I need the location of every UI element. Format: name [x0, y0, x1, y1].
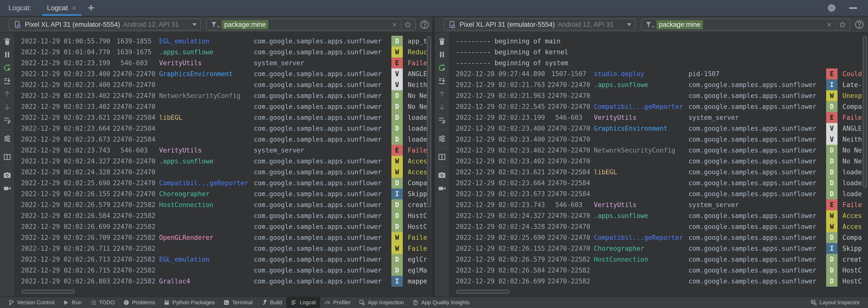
filter-input[interactable]: package:mine ×: [641, 19, 850, 30]
log-row[interactable]: --------- beginning of main: [450, 36, 868, 47]
clear-logcat-button[interactable]: [2, 37, 12, 46]
log-row[interactable]: 2022-12-29 02:02:23.66422470-22584com.go…: [450, 177, 868, 189]
favorite-star-icon[interactable]: [839, 21, 846, 29]
log-row[interactable]: 2022-12-29 02:02:25.69022470-22470Compat…: [450, 232, 868, 243]
soft-wrap-button[interactable]: [437, 116, 446, 125]
statusbar-item-app-quality-insights[interactable]: App Quality Insights: [408, 297, 474, 308]
vertical-scrollbar[interactable]: [863, 36, 867, 188]
log-row[interactable]: --------- beginning of system: [450, 58, 868, 68]
record-screen-button[interactable]: [2, 184, 12, 193]
log-row[interactable]: 2022-12-29 02:02:24.32822470-22470com.go…: [16, 167, 432, 177]
log-row[interactable]: 2022-12-29 02:02:24.32722470-22470.apps.…: [16, 156, 432, 167]
log-row[interactable]: 2022-12-29 02:02:23.66422470-22584com.go…: [16, 123, 432, 134]
split-panels-button[interactable]: [437, 152, 446, 162]
scroll-to-end-button[interactable]: [2, 76, 12, 86]
statusbar-item-problems[interactable]: Problems: [119, 297, 159, 308]
clear-filter-icon[interactable]: ×: [826, 21, 833, 29]
log-row[interactable]: 2022-12-29 02:02:23.199546-603VerityUtil…: [450, 112, 868, 123]
restart-logcat-button[interactable]: [2, 63, 12, 73]
clear-logcat-button[interactable]: [437, 37, 446, 46]
filter-funnel-icon[interactable]: [210, 21, 218, 28]
pause-logcat-button[interactable]: [437, 50, 446, 59]
minimize-icon[interactable]: [849, 7, 857, 9]
log-row[interactable]: 2022-12-29 02:02:21.76322470-22470.apps.…: [450, 79, 868, 90]
log-row[interactable]: 2022-12-29 02:02:26.71122470-22582com.go…: [16, 243, 432, 254]
configure-logcat-button[interactable]: [2, 134, 12, 143]
device-selector[interactable]: Pixel XL API 31 (emulator-5554) Android …: [444, 19, 636, 30]
statusbar-item-todo[interactable]: TODO: [86, 297, 119, 308]
soft-wrap-button[interactable]: [2, 116, 12, 125]
log-view-left[interactable]: 2022-12-29 01:00:55.7901639-1855EGL_emul…: [16, 33, 432, 297]
tab-logcat[interactable]: Logcat ×: [41, 0, 83, 16]
log-row[interactable]: 2022-12-29 02:02:25.69022470-22470Compat…: [16, 177, 432, 189]
log-row[interactable]: 2022-12-29 01:00:55.7901639-1855EGL_emul…: [16, 36, 432, 47]
gear-icon[interactable]: [827, 3, 836, 12]
statusbar-item-python-packages[interactable]: Python Packages: [159, 297, 219, 308]
log-row[interactable]: 2022-12-29 02:02:26.69922470-22582com.go…: [16, 221, 432, 232]
log-row[interactable]: 2022-12-29 02:02:23.743546-603VerityUtil…: [16, 145, 432, 156]
restart-logcat-button[interactable]: [437, 63, 446, 73]
log-row[interactable]: 2022-12-29 02:02:26.71322470-22582EGL_em…: [16, 254, 432, 265]
log-row[interactable]: 2022-12-29 02:02:26.58422470-22582com.go…: [16, 210, 432, 221]
favorite-star-icon[interactable]: [404, 21, 412, 29]
log-row[interactable]: 2022-12-29 02:02:24.32722470-22470.apps.…: [450, 210, 868, 221]
log-row[interactable]: 2022-12-29 02:02:26.70922470-22582OpenGL…: [16, 232, 432, 243]
log-row[interactable]: 2022-12-29 02:02:23.62122470-22584libEGL…: [450, 167, 868, 177]
log-row[interactable]: 2022-12-29 01:01:04.7701639-1675.apps.su…: [16, 47, 432, 58]
filter-token[interactable]: package:mine: [222, 20, 268, 29]
statusbar-item-run[interactable]: Run: [58, 297, 86, 308]
configure-logcat-button[interactable]: [437, 134, 446, 143]
add-tab-button[interactable]: +: [88, 2, 94, 13]
log-row[interactable]: 2022-12-29 02:02:22.54522470-22470Compat…: [450, 101, 868, 112]
log-row[interactable]: 2022-12-29 02:02:23.40222470-22470com.go…: [450, 156, 868, 167]
pause-logcat-button[interactable]: [2, 50, 12, 59]
statusbar-item-profiler[interactable]: Profiler: [320, 297, 355, 308]
log-row[interactable]: 2022-12-29 02:02:26.69922470-22582com.go…: [450, 276, 868, 287]
log-row[interactable]: 2022-12-29 02:02:23.40022470-22470Graphi…: [450, 123, 868, 134]
log-row[interactable]: 2022-12-29 02:02:26.15522470-22470Choreo…: [16, 189, 432, 199]
log-row[interactable]: 2022-12-29 02:02:26.71522470-22582com.go…: [16, 265, 432, 276]
statusbar-item-terminal[interactable]: Terminal: [219, 297, 257, 308]
log-row[interactable]: 2022-12-29 02:02:26.80322470-22582Grallo…: [16, 276, 432, 287]
log-row[interactable]: 2022-12-29 02:02:23.40222470-22470com.go…: [16, 101, 432, 112]
log-row[interactable]: 2022-12-29 02:02:23.40022470-22470Graphi…: [16, 68, 432, 79]
split-panels-button[interactable]: [2, 152, 12, 162]
log-row[interactable]: 2022-12-29 02:02:23.67322470-22584com.go…: [450, 189, 868, 199]
filter-input[interactable]: package:mine ×: [206, 19, 416, 30]
tab-close-icon[interactable]: ×: [72, 4, 76, 12]
next-occurrence-button[interactable]: [437, 103, 446, 112]
log-row[interactable]: 2022-12-29 02:02:23.199546-603VerityUtil…: [16, 58, 432, 68]
help-icon[interactable]: [855, 20, 864, 29]
filter-funnel-icon[interactable]: [645, 21, 652, 28]
take-screenshot-button[interactable]: [437, 171, 446, 180]
device-selector[interactable]: Pixel XL API 31 (emulator-5554) Android …: [9, 19, 201, 30]
log-row[interactable]: 2022-12-29 02:02:26.15522470-22470Choreo…: [450, 243, 868, 254]
statusbar-item-build[interactable]: Build: [257, 297, 286, 308]
statusbar-item-logcat[interactable]: Logcat: [286, 297, 320, 308]
vertical-scrollbar[interactable]: [427, 36, 431, 207]
horizontal-scrollbar[interactable]: [456, 290, 509, 293]
filter-token[interactable]: package:mine: [656, 20, 703, 29]
log-row[interactable]: 2022-12-29 02:02:23.40222470-22470Networ…: [16, 90, 432, 101]
log-view-right[interactable]: --------- beginning of main--------- beg…: [450, 33, 868, 297]
statusbar-item-version-control[interactable]: Version Control: [4, 297, 58, 308]
scroll-to-end-button[interactable]: [437, 76, 446, 86]
help-icon[interactable]: [420, 20, 430, 29]
log-row[interactable]: 2022-12-29 02:02:23.40022470-22470com.go…: [450, 134, 868, 145]
log-row[interactable]: 2022-12-29 02:02:21.96322470-22470com.go…: [450, 90, 868, 101]
log-row[interactable]: 2022-12-28 09:27:44.8901507-1507studio.d…: [450, 68, 868, 79]
horizontal-scrollbar[interactable]: [21, 290, 75, 293]
log-row[interactable]: 2022-12-29 02:02:26.58422470-22582com.go…: [450, 265, 868, 276]
record-screen-button[interactable]: [437, 184, 446, 193]
take-screenshot-button[interactable]: [2, 171, 12, 180]
log-row[interactable]: 2022-12-29 02:02:23.743546-603VerityUtil…: [450, 199, 868, 210]
previous-occurrence-button[interactable]: [2, 89, 12, 99]
previous-occurrence-button[interactable]: [437, 89, 446, 99]
log-row[interactable]: --------- beginning of kernel: [450, 47, 868, 58]
log-row[interactable]: 2022-12-29 02:02:24.32822470-22470com.go…: [450, 221, 868, 232]
log-row[interactable]: 2022-12-29 02:02:23.40222470-22470Networ…: [450, 145, 868, 156]
log-row[interactable]: 2022-12-29 02:02:26.57922470-22582HostCo…: [16, 199, 432, 210]
log-row[interactable]: 2022-12-29 02:02:26.57922470-22582HostCo…: [450, 254, 868, 265]
log-row[interactable]: 2022-12-29 02:02:23.40022470-22470com.go…: [16, 79, 432, 90]
log-row[interactable]: 2022-12-29 02:02:23.62122470-22584libEGL…: [16, 112, 432, 123]
